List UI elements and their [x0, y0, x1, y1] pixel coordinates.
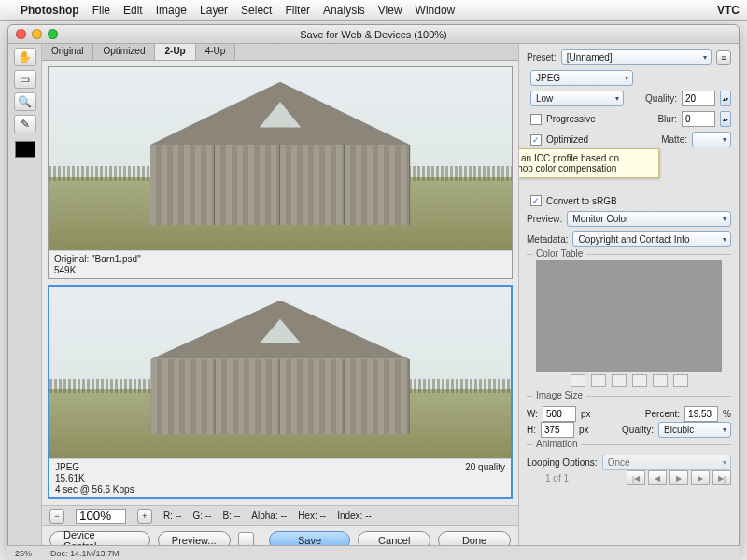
mac-menubar: Photoshop File Edit Image Layer Select F… — [0, 0, 747, 21]
index-value: Index: -- — [337, 511, 372, 521]
metadata-dropdown[interactable]: Copyright and Contact Info — [572, 231, 731, 247]
brand-label: VTC — [717, 4, 740, 17]
preview-download: 4 sec @ 56.6 Kbps — [55, 484, 134, 495]
prev-frame-icon[interactable]: ◀ — [648, 470, 667, 485]
ct-icon-2[interactable] — [591, 374, 606, 387]
height-label: H: — [527, 425, 536, 435]
color-table-section: Color Table — [527, 254, 731, 389]
status-doc: Doc: 14.1M/13.7M — [50, 549, 120, 558]
quality-stepper[interactable]: ▴▾ — [720, 91, 731, 106]
ct-icon-1[interactable] — [571, 374, 585, 387]
preset-menu-icon[interactable]: ≡ — [716, 50, 731, 65]
hex-value: Hex: -- — [298, 511, 326, 521]
color-swatch[interactable] — [15, 141, 35, 158]
optimized-label: Optimized — [546, 134, 588, 145]
last-frame-icon[interactable]: ▶| — [712, 470, 731, 485]
menu-select[interactable]: Select — [241, 4, 272, 17]
progressive-label: Progressive — [546, 114, 596, 124]
height-field[interactable] — [541, 422, 574, 438]
menu-layer[interactable]: Layer — [200, 4, 228, 17]
menu-filter[interactable]: Filter — [285, 4, 310, 17]
blur-label: Blur: — [657, 114, 677, 124]
original-filename: Original: "Barn1.psd" — [54, 254, 141, 264]
srgb-checkbox[interactable]: ✓ — [530, 195, 542, 206]
preview-dropdown[interactable]: Monitor Color — [567, 211, 731, 227]
image-size-label: Image Size — [532, 390, 586, 400]
ct-icon-5[interactable] — [653, 374, 668, 387]
zoom-icon[interactable] — [48, 29, 58, 39]
ct-icon-4[interactable] — [632, 374, 647, 387]
tab-optimized[interactable]: Optimized — [93, 44, 155, 60]
menu-edit[interactable]: Edit — [123, 4, 143, 17]
matte-dropdown[interactable] — [692, 132, 731, 147]
ct-trash-icon[interactable] — [673, 374, 688, 387]
zoom-in-icon[interactable]: + — [137, 509, 152, 524]
tab-2up[interactable]: 2-Up — [155, 44, 195, 60]
menu-view[interactable]: View — [378, 4, 402, 17]
original-size: 549K — [54, 265, 141, 275]
original-pane[interactable]: Original: "Barn1.psd" 549K — [48, 66, 513, 279]
format-dropdown[interactable]: JPEG — [530, 70, 633, 86]
next-frame-icon[interactable]: ▶ — [691, 470, 710, 485]
preview-label: Preview: — [527, 214, 562, 224]
settings-panel: Preset: [Unnamed] ≡ JPEG Low Quality: ▴▾… — [518, 44, 739, 553]
b-value: B: -- — [222, 511, 240, 521]
looping-dropdown[interactable]: Once — [602, 455, 731, 470]
resample-label: Quality: — [622, 425, 654, 435]
tab-original[interactable]: Original — [42, 44, 93, 60]
menu-file[interactable]: File — [92, 4, 110, 17]
frame-counter: 1 of 1 — [545, 473, 569, 483]
app-name[interactable]: Photoshop — [21, 4, 79, 17]
g-value: G: -- — [192, 511, 211, 521]
animation-label: Animation — [532, 439, 581, 449]
animation-section: Animation Looping Options: Once 1 of 1 |… — [527, 444, 731, 485]
menu-analysis[interactable]: Analysis — [323, 4, 365, 17]
alpha-value: Alpha: -- — [251, 511, 287, 521]
resample-dropdown[interactable]: Bicubic — [658, 422, 731, 438]
preview-quality: 20 quality — [465, 462, 505, 495]
first-frame-icon[interactable]: |◀ — [627, 470, 645, 485]
optimized-checkbox[interactable]: ✓ — [530, 134, 542, 146]
titlebar: Save for Web & Devices (100%) — [8, 25, 739, 44]
close-icon[interactable] — [16, 29, 26, 39]
view-tabs: Original Optimized 2-Up 4-Up — [42, 44, 518, 61]
hand-tool-icon[interactable]: ✋ — [14, 48, 36, 66]
zoom-tool-icon[interactable]: 🔍 — [14, 92, 36, 111]
ct-icon-3[interactable] — [612, 374, 627, 387]
blur-stepper[interactable]: ▴▾ — [720, 111, 731, 127]
blur-field[interactable] — [682, 111, 715, 127]
image-size-section: Image Size W: px Percent: % H: px Qualit… — [527, 396, 731, 438]
minimize-icon[interactable] — [32, 29, 42, 39]
quality-preset-dropdown[interactable]: Low — [530, 91, 624, 106]
percent-label: Percent: — [645, 409, 680, 419]
preview-area: Original Optimized 2-Up 4-Up Original: "… — [42, 44, 518, 553]
zoom-field[interactable] — [76, 509, 126, 524]
optimized-pane[interactable]: JPEG 15.61K 4 sec @ 56.6 Kbps 20 quality — [48, 285, 513, 499]
play-icon[interactable]: ▶ — [669, 470, 688, 485]
color-table-label: Color Table — [532, 248, 586, 259]
slice-select-tool-icon[interactable]: ▭ — [14, 70, 36, 89]
quality-label: Quality: — [645, 93, 677, 104]
menu-window[interactable]: Window — [416, 4, 456, 17]
status-zoom: 25% — [15, 549, 32, 558]
preset-dropdown[interactable]: [Unnamed] — [561, 49, 712, 65]
quality-field[interactable] — [682, 91, 715, 106]
width-field[interactable] — [543, 406, 576, 422]
zoom-out-icon[interactable]: − — [49, 509, 64, 524]
tab-4up[interactable]: 4-Up — [196, 44, 236, 60]
h-px: px — [579, 425, 589, 435]
tooltip: Include an ICC profile based on Photosho… — [518, 148, 659, 178]
preview-size: 15.61K — [55, 473, 134, 483]
tool-strip: ✋ ▭ 🔍 ✎ — [8, 44, 42, 553]
srgb-label: Convert to sRGB — [546, 196, 617, 206]
progressive-checkbox[interactable] — [530, 114, 542, 125]
save-for-web-window: Save for Web & Devices (100%) ✋ ▭ 🔍 ✎ Or… — [7, 24, 740, 554]
menu-image[interactable]: Image — [156, 4, 187, 17]
preset-label: Preset: — [527, 52, 557, 63]
width-label: W: — [527, 409, 538, 419]
percent-field[interactable] — [684, 406, 718, 422]
status-bar: 25% Doc: 14.1M/13.7M — [7, 545, 740, 560]
eyedropper-tool-icon[interactable]: ✎ — [14, 115, 36, 133]
r-value: R: -- — [163, 511, 181, 521]
looping-label: Looping Options: — [527, 457, 598, 468]
